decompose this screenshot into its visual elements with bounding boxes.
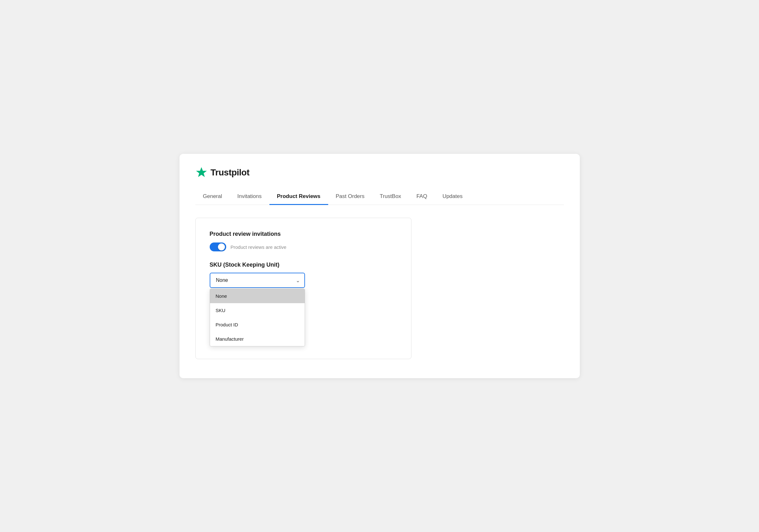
nav-item-trustbox[interactable]: TrustBox	[372, 189, 409, 205]
toggle-row: Product reviews are active	[210, 242, 397, 251]
content-section: Product review invitations Product revie…	[195, 218, 412, 359]
logo-text: Trustpilot	[211, 168, 250, 178]
selects-area: None ⌄ None SKU Product ID Manufacturer …	[210, 273, 397, 317]
nav: General Invitations Product Reviews Past…	[195, 189, 564, 205]
product-review-section-title: Product review invitations	[210, 231, 397, 237]
nav-item-faq[interactable]: FAQ	[409, 189, 435, 205]
sku-title: SKU (Stock Keeping Unit)	[210, 262, 397, 268]
product-reviews-toggle[interactable]	[210, 242, 226, 251]
dropdown-item-manufacturer[interactable]: Manufacturer	[210, 332, 305, 346]
nav-item-invitations[interactable]: Invitations	[230, 189, 269, 205]
toggle-thumb	[218, 243, 225, 250]
nav-item-product-reviews[interactable]: Product Reviews	[269, 189, 328, 205]
nav-item-general[interactable]: General	[195, 189, 230, 205]
sku-selected-value: None	[216, 277, 228, 283]
dropdown-item-product-id[interactable]: Product ID	[210, 317, 305, 332]
main-card: Trustpilot General Invitations Product R…	[180, 154, 580, 378]
dropdown-item-sku[interactable]: SKU	[210, 303, 305, 317]
trustpilot-logo-star	[195, 167, 208, 179]
nav-item-past-orders[interactable]: Past Orders	[328, 189, 372, 205]
sku-select[interactable]: None	[210, 273, 305, 288]
header: Trustpilot	[195, 167, 564, 179]
dropdown-item-none[interactable]: None	[210, 289, 305, 303]
nav-item-updates[interactable]: Updates	[435, 189, 470, 205]
svg-marker-0	[196, 167, 207, 177]
toggle-track	[210, 242, 226, 251]
sku-dropdown-menu: None SKU Product ID Manufacturer	[210, 289, 305, 347]
toggle-label: Product reviews are active	[231, 244, 287, 250]
sku-select-wrapper: None ⌄ None SKU Product ID Manufacturer	[210, 273, 305, 288]
